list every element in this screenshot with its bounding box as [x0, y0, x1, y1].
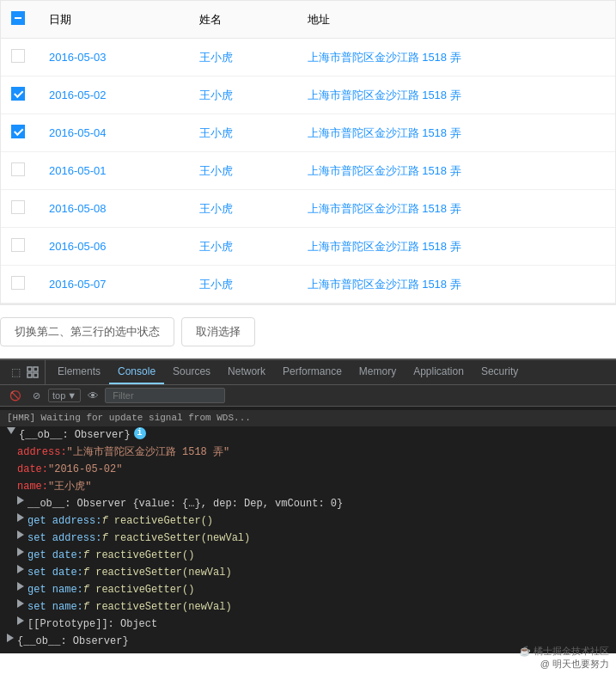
svg-rect-2: [27, 373, 32, 377]
svg-rect-3: [34, 373, 38, 377]
watermark-line1: ☕ 橘士掘金技术社区: [519, 645, 609, 653]
row-checkbox-cell[interactable]: [1, 77, 35, 114]
console-date-line: date: "2016-05-02": [0, 461, 616, 478]
row-name: 王小虎: [186, 152, 294, 190]
tab-network[interactable]: Network: [219, 360, 274, 384]
row-date: 2016-05-07: [35, 266, 186, 303]
deselect-button[interactable]: 取消选择: [181, 317, 255, 346]
expand-triangle-icon[interactable]: [7, 427, 15, 434]
row-checkbox[interactable]: [11, 276, 25, 290]
row-address: 上海市普陀区金沙江路 1518 弄: [294, 114, 615, 152]
row-checkbox-cell[interactable]: [1, 39, 35, 77]
console-set-address[interactable]: set address: f reactiveSetter(newVal): [0, 530, 616, 547]
table-row: 2016-05-04王小虎上海市普陀区金沙江路 1518 弄: [1, 114, 615, 152]
tab-sources[interactable]: Sources: [164, 360, 219, 384]
row-date: 2016-05-02: [35, 77, 186, 114]
row-checkbox-cell[interactable]: [1, 114, 35, 152]
filter-toggle-button[interactable]: ⊘: [27, 387, 45, 404]
row-name: 王小虎: [186, 228, 294, 266]
row-checkbox-cell[interactable]: [1, 152, 35, 190]
prototype-icon[interactable]: [17, 616, 24, 625]
console-ob-line[interactable]: __ob__: Observer {value: {…}, dep: Dep, …: [0, 495, 616, 512]
ob-expand-icon[interactable]: [17, 496, 24, 505]
row-checkbox[interactable]: [11, 200, 25, 214]
tab-console[interactable]: Console: [109, 360, 164, 384]
row-name: 王小虎: [186, 77, 294, 114]
row-date: 2016-05-08: [35, 190, 186, 228]
toggle-button[interactable]: 切换第二、第三行的选中状态: [0, 317, 174, 346]
eye-button[interactable]: 👁: [84, 387, 101, 404]
table-row: 2016-05-08王小虎上海市普陀区金沙江路 1518 弄: [1, 190, 615, 228]
table-row: 2016-05-03王小虎上海市普陀区金沙江路 1518 弄: [1, 39, 615, 77]
row-checkbox-cell[interactable]: [1, 266, 35, 303]
context-chevron: ▼: [67, 390, 76, 401]
row-checkbox[interactable]: [11, 49, 25, 63]
col-date: 日期: [35, 1, 186, 39]
console-get-address[interactable]: get address: f reactiveGetter(): [0, 512, 616, 530]
row-address: 上海市普陀区金沙江路 1518 弄: [294, 152, 615, 190]
data-table: 日期 姓名 地址 2016-05-03王小虎上海市普陀区金沙江路 1518 弄2…: [0, 0, 616, 304]
console-bar: 🚫 ⊘ top ▼ 👁: [0, 385, 616, 407]
row-checkbox-cell[interactable]: [1, 190, 35, 228]
action-buttons: 切换第二、第三行的选中状态 取消选择: [0, 304, 616, 358]
tab-performance[interactable]: Performance: [274, 360, 351, 384]
info-icon: i: [134, 427, 146, 439]
tab-elements[interactable]: Elements: [49, 360, 109, 384]
console-set-date[interactable]: set date: f reactiveSetter(newVal): [0, 564, 616, 581]
console-prototype[interactable]: [[Prototype]]: Object: [0, 616, 616, 633]
row-address: 上海市普陀区金沙江路 1518 弄: [294, 39, 615, 77]
clear-console-button[interactable]: 🚫: [7, 387, 24, 404]
filter-input[interactable]: [105, 388, 225, 403]
row-date: 2016-05-06: [35, 228, 186, 266]
row-date: 2016-05-03: [35, 39, 186, 77]
row-checkbox-cell[interactable]: [1, 228, 35, 266]
table-row: 2016-05-01王小虎上海市普陀区金沙江路 1518 弄: [1, 152, 615, 190]
context-selector[interactable]: top ▼: [48, 389, 81, 402]
row-checkbox[interactable]: [11, 87, 25, 101]
row-name: 王小虎: [186, 266, 294, 303]
select-all-checkbox[interactable]: [11, 11, 25, 25]
set-date-icon[interactable]: [17, 565, 24, 573]
devtools-tab-bar: ⬚ Elements Console Sources Network Perfo…: [0, 360, 616, 385]
row-checkbox[interactable]: [11, 238, 25, 252]
watermark: ☕ 橘士掘金技术社区 @ 明天也要努力: [519, 645, 609, 653]
row-date: 2016-05-04: [35, 114, 186, 152]
table-row: 2016-05-07王小虎上海市普陀区金沙江路 1518 弄: [1, 266, 615, 303]
row-checkbox[interactable]: [11, 162, 25, 176]
tab-application[interactable]: Application: [405, 360, 473, 384]
set-address-icon[interactable]: [17, 530, 24, 539]
devtools-icons: ⬚: [3, 360, 46, 384]
console-get-name[interactable]: get name: f reactiveGetter(): [0, 581, 616, 598]
row-name: 王小虎: [186, 190, 294, 228]
select-all-header[interactable]: [1, 1, 35, 39]
console-address-line: address: "上海市普陀区金沙江路 1518 弄": [0, 444, 616, 461]
console-object-expand[interactable]: {__ob__: Observer} i: [0, 426, 616, 444]
get-name-icon[interactable]: [17, 582, 24, 591]
row-address: 上海市普陀区金沙江路 1518 弄: [294, 266, 615, 303]
closed-obj-icon[interactable]: [7, 634, 14, 642]
col-name: 姓名: [186, 1, 294, 39]
col-address: 地址: [294, 1, 615, 39]
console-output: [HMR] Waiting for update signal from WDS…: [0, 407, 616, 653]
table-row: 2016-05-02王小虎上海市普陀区金沙江路 1518 弄: [1, 77, 615, 114]
set-name-icon[interactable]: [17, 599, 24, 608]
svg-rect-1: [34, 367, 38, 371]
table-row: 2016-05-06王小虎上海市普陀区金沙江路 1518 弄: [1, 228, 615, 266]
row-name: 王小虎: [186, 39, 294, 77]
hmr-message: [HMR] Waiting for update signal from WDS…: [0, 410, 616, 426]
row-address: 上海市普陀区金沙江路 1518 弄: [294, 190, 615, 228]
devtools-panel: ⬚ Elements Console Sources Network Perfo…: [0, 358, 616, 653]
row-date: 2016-05-01: [35, 152, 186, 190]
console-get-date[interactable]: get date: f reactiveGetter(): [0, 547, 616, 564]
svg-rect-0: [27, 367, 32, 371]
console-set-name[interactable]: set name: f reactiveSetter(newVal): [0, 598, 616, 616]
row-checkbox[interactable]: [11, 125, 25, 138]
devtools-icon-cursor[interactable]: ⬚: [7, 360, 24, 384]
get-address-icon[interactable]: [17, 513, 24, 522]
tab-security[interactable]: Security: [473, 360, 527, 384]
row-address: 上海市普陀区金沙江路 1518 弄: [294, 77, 615, 114]
tab-memory[interactable]: Memory: [351, 360, 405, 384]
get-date-icon[interactable]: [17, 548, 24, 556]
context-label: top: [52, 390, 65, 401]
devtools-icon-inspect[interactable]: [24, 360, 41, 384]
